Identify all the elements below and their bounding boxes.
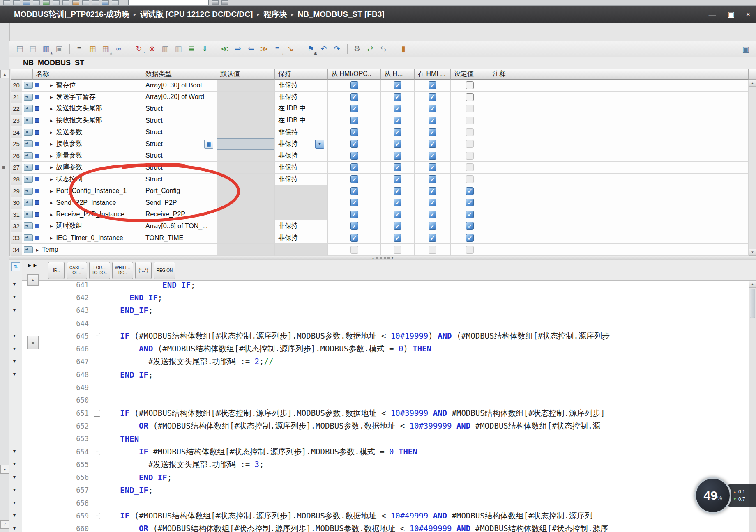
- expand-toggle-icon[interactable]: ▸: [50, 82, 53, 88]
- default-value-cell[interactable]: [217, 80, 275, 92]
- data-type-cell[interactable]: Struct: [142, 150, 217, 162]
- comment-cell[interactable]: [489, 150, 636, 162]
- hmi-accessible-checkbox[interactable]: [350, 246, 358, 254]
- row-number-cell[interactable]: 25: [11, 138, 22, 150]
- setpoint-checkbox[interactable]: [466, 93, 474, 101]
- snapshot-values-icon[interactable]: ▥: [172, 43, 184, 55]
- hmi-accessible-checkbox[interactable]: [350, 117, 358, 124]
- data-type-cell[interactable]: Struct: [142, 115, 217, 127]
- memory-card-icon[interactable]: ▮: [397, 43, 410, 55]
- setpoint-checkbox[interactable]: [466, 246, 474, 254]
- code-scrollbar-thumb[interactable]: [750, 289, 755, 318]
- retain-cell[interactable]: 非保持: [275, 162, 328, 174]
- default-value-cell[interactable]: [217, 92, 275, 103]
- data-type-cell[interactable]: Struct: [142, 138, 217, 150]
- hmi-writable-checkbox[interactable]: [394, 222, 401, 230]
- default-value-cell[interactable]: [217, 185, 275, 197]
- comment-cell[interactable]: [489, 92, 636, 103]
- code-line[interactable]: 659− IF (#MODBUS结构体数组[#状态控制.源序列步].MODBUS…: [22, 509, 749, 522]
- code-line[interactable]: 642 END_IF;: [22, 291, 749, 304]
- hmi-writable-checkbox[interactable]: [394, 163, 401, 171]
- retain-cell[interactable]: 非保持: [275, 232, 328, 244]
- column-header-hmi-opc[interactable]: 从 HMI/OPC..: [328, 69, 381, 80]
- row-number-cell[interactable]: 28: [11, 174, 22, 186]
- hmi-accessible-checkbox[interactable]: [350, 140, 358, 148]
- hmi-accessible-checkbox[interactable]: [350, 128, 358, 136]
- default-value-cell[interactable]: [217, 103, 275, 115]
- goto-next-icon[interactable]: ⇒: [232, 43, 244, 55]
- data-type-cell[interactable]: Receive_P2P: [142, 209, 217, 221]
- insert-comment-button[interactable]: (*...*): [135, 262, 152, 279]
- setpoint-checkbox[interactable]: [466, 187, 474, 195]
- code-line[interactable]: 654− IF #MODBUS结构体数组[#状态控制.源序列步].MODBUS参…: [22, 445, 749, 458]
- setpoint-checkbox[interactable]: [466, 222, 474, 230]
- code-line[interactable]: 644: [22, 317, 749, 330]
- jump-target-icon[interactable]: ↘: [284, 43, 297, 55]
- expand-toggle-icon[interactable]: ▸: [50, 105, 53, 112]
- hmi-visible-checkbox[interactable]: [429, 81, 436, 89]
- setpoint-checkbox[interactable]: [466, 128, 474, 136]
- toggle-sync-icon[interactable]: ⇆: [377, 43, 390, 55]
- hmi-visible-checkbox[interactable]: [429, 93, 436, 101]
- cropped-toolbar-icon[interactable]: [53, 0, 60, 5]
- hmi-visible-checkbox[interactable]: [429, 211, 436, 218]
- cropped-toolbar-icon[interactable]: [33, 0, 40, 5]
- hmi-accessible-checkbox[interactable]: [350, 105, 358, 112]
- hmi-accessible-checkbox[interactable]: [350, 163, 358, 171]
- hmi-visible-checkbox[interactable]: [429, 222, 436, 230]
- code-line[interactable]: 653 THEN: [22, 433, 749, 445]
- comment-cell[interactable]: [489, 197, 636, 209]
- insert-segment-icon[interactable]: ≪: [219, 43, 231, 55]
- default-value-cell[interactable]: [217, 197, 275, 209]
- expand-toggle-icon[interactable]: ▸: [50, 153, 53, 159]
- layout-icon[interactable]: ▣: [740, 43, 752, 55]
- hmi-visible-checkbox[interactable]: [429, 246, 436, 254]
- tag-table-icon[interactable]: ▦: [86, 43, 99, 55]
- expand-toggle-icon[interactable]: ▸: [50, 211, 53, 218]
- code-scroll-up-button[interactable]: ▲: [749, 281, 756, 288]
- cropped-toolbar-icon[interactable]: [92, 0, 99, 5]
- code-line[interactable]: 641 END_IF;: [22, 281, 749, 291]
- data-type-cell[interactable]: Array[0..20] of Word: [142, 92, 217, 103]
- settings-gear-icon[interactable]: ⚙: [351, 43, 363, 55]
- code-line[interactable]: 646 AND (#MODBUS结构体数组[#状态控制.源序列步].MODBUS…: [22, 342, 749, 355]
- snapshot-icon[interactable]: ▥: [159, 43, 171, 55]
- setpoint-checkbox[interactable]: [466, 163, 474, 171]
- insert-region-button[interactable]: REGION: [154, 262, 175, 279]
- hmi-visible-checkbox[interactable]: [429, 128, 436, 136]
- hmi-visible-checkbox[interactable]: [429, 117, 436, 124]
- cropped-toolbar-icon[interactable]: [13, 0, 20, 5]
- default-value-cell[interactable]: [217, 209, 275, 221]
- data-type-cell[interactable]: Array[0..6] of TON_...: [142, 220, 217, 232]
- insert-for-button[interactable]: FOR...TO DO..: [89, 262, 110, 279]
- row-number-cell[interactable]: 21: [11, 92, 22, 103]
- row-number-cell[interactable]: 26: [11, 150, 22, 162]
- hmi-writable-checkbox[interactable]: [394, 81, 401, 89]
- retain-cell[interactable]: 非保持: [275, 150, 328, 162]
- step-back-icon[interactable]: ↶: [318, 43, 330, 55]
- hmi-visible-checkbox[interactable]: [429, 175, 436, 183]
- expand-toggle-icon[interactable]: ▸: [50, 200, 53, 206]
- cropped-toolbar-icon[interactable]: [62, 0, 69, 5]
- comment-cell[interactable]: [489, 115, 636, 127]
- hmi-writable-checkbox[interactable]: [394, 246, 401, 254]
- hmi-accessible-checkbox[interactable]: [350, 187, 358, 195]
- code-line[interactable]: 652 OR (#MODBUS结构体数组[#状态控制.源序列步].MODBUS参…: [22, 420, 749, 432]
- hmi-accessible-checkbox[interactable]: [350, 152, 358, 160]
- retain-cell[interactable]: 非保持: [275, 220, 328, 232]
- cropped-toolbar-icon[interactable]: [221, 0, 228, 5]
- retain-cell[interactable]: [275, 244, 328, 256]
- goto-previous-icon[interactable]: ⇐: [245, 43, 257, 55]
- default-value-cell[interactable]: [217, 162, 275, 174]
- insert-network-icon[interactable]: ▤: [14, 43, 26, 55]
- expand-toggle-icon[interactable]: ▸: [50, 223, 53, 229]
- default-value-cell[interactable]: [217, 244, 275, 256]
- compare-markers-icon[interactable]: ⇅: [11, 262, 20, 271]
- row-number-cell[interactable]: 34: [11, 244, 22, 256]
- expand-toggle-icon[interactable]: ▸: [50, 188, 53, 194]
- default-value-cell[interactable]: [217, 232, 275, 244]
- hmi-accessible-checkbox[interactable]: [350, 81, 358, 89]
- hmi-visible-checkbox[interactable]: [429, 199, 436, 206]
- tag-table-add-icon[interactable]: ▦±: [99, 43, 112, 55]
- expand-toggle-icon[interactable]: ▸: [50, 117, 53, 124]
